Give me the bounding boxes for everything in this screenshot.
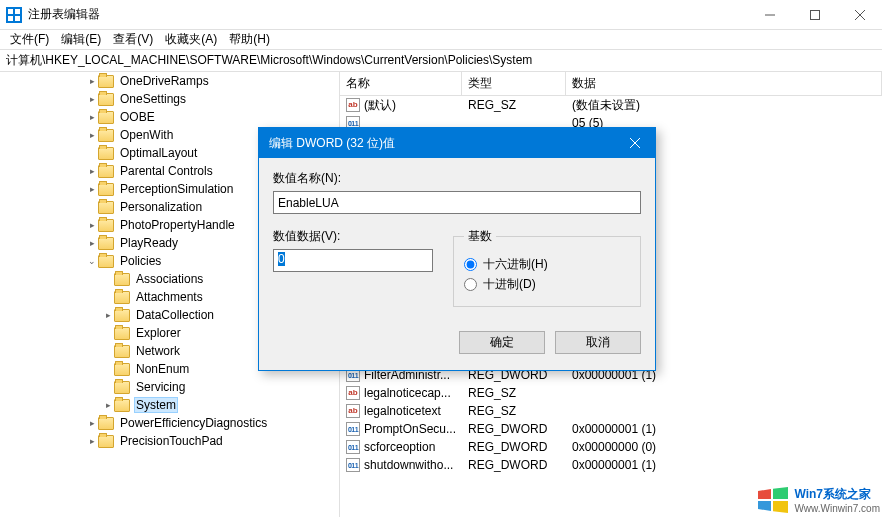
maximize-button[interactable] (792, 0, 837, 30)
folder-icon (114, 309, 130, 322)
minimize-button[interactable] (747, 0, 792, 30)
value-data: 0x00000000 (0) (566, 440, 882, 454)
edit-dword-dialog: 编辑 DWORD (32 位)值 数值名称(N): 数值数据(V): 0 基数 … (258, 127, 656, 371)
list-row[interactable]: legalnoticetextREG_SZ (340, 402, 882, 420)
menu-edit[interactable]: 编辑(E) (55, 29, 107, 50)
folder-icon (98, 111, 114, 124)
tree-label: OneDriveRamps (118, 74, 211, 88)
radix-hex-radio[interactable] (464, 258, 477, 271)
dword-value-icon (346, 458, 360, 472)
radix-dec-radio[interactable] (464, 278, 477, 291)
tree-item[interactable]: ▸OneSettings (0, 90, 339, 108)
tree-label: DataCollection (134, 308, 216, 322)
titlebar: 注册表编辑器 (0, 0, 882, 30)
chevron-right-icon[interactable]: ▸ (86, 436, 98, 446)
chevron-right-icon[interactable]: ▸ (86, 112, 98, 122)
svg-rect-3 (8, 16, 13, 21)
list-row[interactable]: legalnoticecap...REG_SZ (340, 384, 882, 402)
menu-view[interactable]: 查看(V) (107, 29, 159, 50)
chevron-right-icon[interactable]: ▸ (86, 220, 98, 230)
value-name-input[interactable] (273, 191, 641, 214)
value-name: legalnoticecap... (364, 386, 451, 400)
tree-item[interactable]: Servicing (0, 378, 339, 396)
folder-icon (98, 255, 114, 268)
tree-label: Parental Controls (118, 164, 215, 178)
tree-label: OptimalLayout (118, 146, 199, 160)
tree-item[interactable]: ▸OOBE (0, 108, 339, 126)
chevron-right-icon[interactable]: ▸ (86, 130, 98, 140)
value-type: REG_DWORD (462, 458, 566, 472)
radix-fieldset: 基数 十六进制(H) 十进制(D) (453, 228, 641, 307)
tree-item[interactable]: ▸OneDriveRamps (0, 72, 339, 90)
value-type: REG_SZ (462, 98, 566, 112)
app-icon (6, 7, 22, 23)
address-bar[interactable]: 计算机\HKEY_LOCAL_MACHINE\SOFTWARE\Microsof… (0, 50, 882, 72)
list-row[interactable]: scforceoptionREG_DWORD0x00000000 (0) (340, 438, 882, 456)
folder-icon (114, 381, 130, 394)
value-data-label: 数值数据(V): (273, 228, 433, 245)
menu-help[interactable]: 帮助(H) (223, 29, 276, 50)
menu-file[interactable]: 文件(F) (4, 29, 55, 50)
chevron-right-icon[interactable]: ▸ (86, 238, 98, 248)
watermark-line1: Win7系统之家 (794, 486, 880, 503)
cancel-button[interactable]: 取消 (555, 331, 641, 354)
value-name: (默认) (364, 97, 396, 114)
string-value-icon (346, 404, 360, 418)
tree-label: Associations (134, 272, 205, 286)
value-data: (数值未设置) (566, 97, 882, 114)
value-data: 0x00000001 (1) (566, 422, 882, 436)
dword-value-icon (346, 422, 360, 436)
close-button[interactable] (837, 0, 882, 30)
tree-label: OpenWith (118, 128, 175, 142)
tree-item[interactable]: ▸PrecisionTouchPad (0, 432, 339, 450)
chevron-right-icon[interactable]: ▸ (86, 94, 98, 104)
chevron-down-icon[interactable]: ⌄ (86, 256, 98, 266)
col-header-type[interactable]: 类型 (462, 72, 566, 95)
value-name-label: 数值名称(N): (273, 170, 641, 187)
folder-icon (98, 93, 114, 106)
dialog-title-text: 编辑 DWORD (32 位)值 (269, 135, 395, 152)
folder-icon (98, 183, 114, 196)
folder-icon (114, 273, 130, 286)
chevron-right-icon[interactable]: ▸ (102, 400, 114, 410)
list-row[interactable]: (默认)REG_SZ(数值未设置) (340, 96, 882, 114)
chevron-right-icon[interactable]: ▸ (86, 76, 98, 86)
tree-label: PlayReady (118, 236, 180, 250)
value-name: shutdownwitho... (364, 458, 453, 472)
chevron-right-icon[interactable]: ▸ (102, 310, 114, 320)
value-data: 0x00000001 (1) (566, 458, 882, 472)
list-row[interactable]: shutdownwitho...REG_DWORD0x00000001 (1) (340, 456, 882, 474)
value-name: legalnoticetext (364, 404, 441, 418)
ok-button[interactable]: 确定 (459, 331, 545, 354)
string-value-icon (346, 98, 360, 112)
col-header-name[interactable]: 名称 (340, 72, 462, 95)
tree-item[interactable]: ▸PowerEfficiencyDiagnostics (0, 414, 339, 432)
dialog-titlebar[interactable]: 编辑 DWORD (32 位)值 (259, 128, 655, 158)
chevron-right-icon[interactable]: ▸ (86, 418, 98, 428)
menu-favorites[interactable]: 收藏夹(A) (159, 29, 223, 50)
radix-hex-row[interactable]: 十六进制(H) (464, 256, 630, 273)
tree-label: PerceptionSimulation (118, 182, 235, 196)
folder-icon (98, 165, 114, 178)
col-header-data[interactable]: 数据 (566, 72, 882, 95)
folder-icon (98, 147, 114, 160)
svg-rect-6 (810, 10, 819, 19)
list-header: 名称 类型 数据 (340, 72, 882, 96)
value-type: REG_DWORD (462, 422, 566, 436)
value-type: REG_DWORD (462, 440, 566, 454)
svg-rect-4 (15, 16, 20, 21)
folder-icon (114, 327, 130, 340)
watermark-line2: Www.Winwin7.com (794, 503, 880, 514)
value-type: REG_SZ (462, 386, 566, 400)
folder-icon (98, 129, 114, 142)
chevron-right-icon[interactable]: ▸ (86, 184, 98, 194)
chevron-right-icon[interactable]: ▸ (86, 166, 98, 176)
tree-label: PhotoPropertyHandle (118, 218, 237, 232)
radix-dec-row[interactable]: 十进制(D) (464, 276, 630, 293)
value-data-input[interactable]: 0 (273, 249, 433, 272)
dialog-close-button[interactable] (615, 128, 655, 158)
string-value-icon (346, 386, 360, 400)
list-row[interactable]: PromptOnSecu...REG_DWORD0x00000001 (1) (340, 420, 882, 438)
tree-item[interactable]: ▸System (0, 396, 339, 414)
folder-icon (98, 219, 114, 232)
